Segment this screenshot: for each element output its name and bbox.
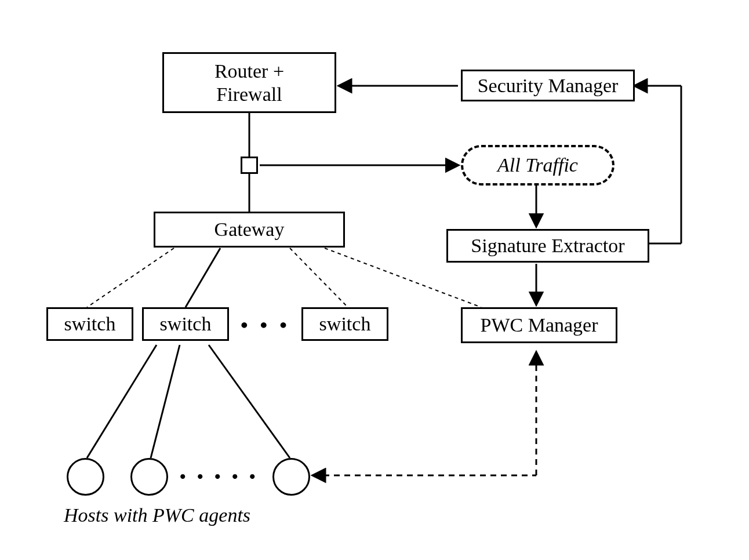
node-switch-3: switch	[301, 307, 388, 341]
host-circle-2	[130, 458, 168, 496]
ellipsis-switches: • • •	[241, 313, 290, 337]
node-switch-2: switch	[142, 307, 229, 341]
svg-line-9	[87, 248, 174, 307]
ellipsis-hosts: • • • • •	[180, 467, 259, 486]
host-circle-3	[272, 458, 310, 496]
svg-line-14	[151, 345, 180, 458]
node-pwc-manager: PWC Manager	[461, 307, 617, 343]
hosts-caption: Hosts with PWC agents	[64, 504, 250, 526]
node-switch-1: switch	[46, 307, 133, 341]
svg-line-15	[209, 345, 290, 458]
tap-point	[241, 157, 258, 174]
diagram-stage: { "nodes": { "router_firewall": "Router …	[0, 0, 749, 560]
svg-line-11	[290, 248, 348, 307]
node-signature-extractor: Signature Extractor	[446, 229, 649, 263]
node-router-firewall: Router + Firewall	[162, 52, 336, 113]
host-circle-1	[67, 458, 104, 496]
svg-line-10	[186, 248, 220, 307]
node-all-traffic: All Traffic	[461, 145, 615, 186]
node-gateway: Gateway	[154, 212, 345, 248]
node-security-manager: Security Manager	[461, 70, 635, 101]
svg-line-13	[87, 345, 157, 458]
connectors-layer	[0, 0, 749, 560]
